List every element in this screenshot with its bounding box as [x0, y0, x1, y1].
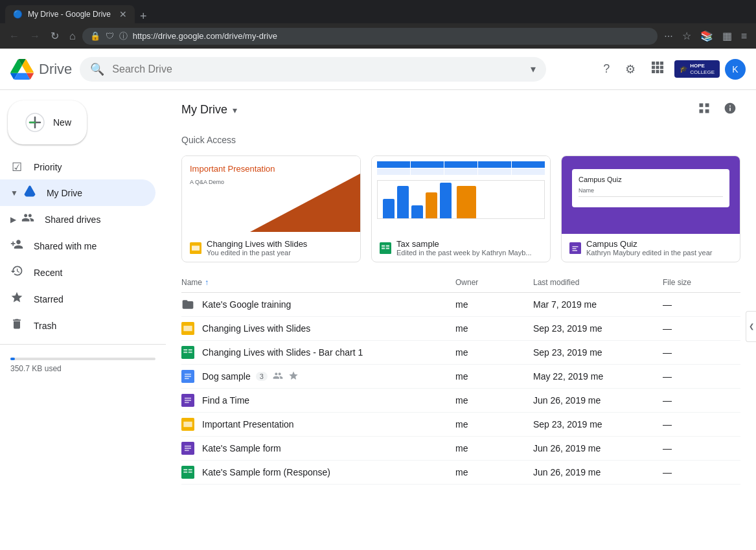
address-bar[interactable]: 🔒 🛡 ⓘ https://drive.google.com/drive/my-… [82, 28, 658, 45]
tab-close-button[interactable]: ✕ [119, 9, 127, 19]
active-tab[interactable]: 🔵 My Drive - Google Drive ✕ [5, 5, 135, 23]
drive-logo[interactable]: Drive [10, 59, 72, 80]
table-row[interactable]: Kate's Google training me Mar 7, 2019 me… [181, 293, 740, 317]
search-icon: 🔍 [90, 62, 104, 76]
file-name: Find a Time [202, 395, 455, 406]
col-header-owner: Owner [455, 278, 533, 287]
file-modified: Sep 23, 2019 me [533, 323, 663, 334]
forms-field-name: Name [578, 187, 723, 194]
col-header-name[interactable]: Name ↑ [181, 278, 455, 287]
expand-icon-my-drive: ▼ [10, 189, 18, 198]
svg-rect-27 [183, 326, 192, 331]
sidebar-item-shared-with-me[interactable]: Shared with me [0, 233, 155, 259]
info-button[interactable] [720, 98, 740, 122]
drive-logo-icon [10, 59, 34, 80]
file-size: — [663, 371, 740, 382]
file-size: — [663, 323, 740, 334]
grid-view-button[interactable] [694, 98, 715, 122]
svg-rect-19 [386, 245, 389, 246]
sidebar-item-label-priority: Priority [34, 162, 62, 172]
sidebar-toggle-button[interactable]: ▦ [718, 27, 736, 45]
table-row[interactable]: Changing Lives with Slides - Bar chart 1… [181, 341, 740, 365]
quick-access-card-3[interactable]: Campus Quiz Name [561, 155, 740, 262]
card-name-1: Changing Lives with Slides [207, 239, 352, 249]
quick-access-cards: Important Presentation A Q&A Demo [166, 150, 756, 273]
table-row[interactable]: Dog sample 3 me May 22, 2019 me — [181, 365, 740, 389]
sidebar-item-trash[interactable]: Trash [0, 312, 155, 339]
forward-button[interactable]: → [26, 29, 44, 44]
svg-rect-30 [189, 349, 192, 350]
table-row[interactable]: Important Presentation me Sep 23, 2019 m… [181, 413, 740, 437]
table-row[interactable]: Find a Time me Jun 26, 2019 me — [181, 389, 740, 413]
sidebar-item-starred[interactable]: Starred [0, 286, 155, 312]
file-modified: Jun 26, 2019 me [533, 395, 663, 406]
sidebar-item-shared-drives[interactable]: ▶ Shared drives [0, 206, 155, 233]
refresh-button[interactable]: ↻ [47, 29, 63, 44]
bar-chart-preview [377, 180, 545, 219]
right-panel-toggle[interactable]: ❮ [746, 311, 756, 342]
svg-rect-47 [181, 466, 194, 479]
sidebar-item-priority[interactable]: ☑ Priority [0, 155, 155, 179]
shield-icon: 🛡 [106, 31, 114, 41]
new-button-label: New [53, 117, 71, 128]
more-options-button[interactable]: ··· [660, 28, 676, 45]
storage-bar [10, 358, 155, 360]
file-size: — [663, 347, 740, 358]
svg-rect-31 [183, 352, 187, 353]
quick-access-card-1[interactable]: Important Presentation A Q&A Demo [181, 155, 361, 262]
sidebar-item-my-drive[interactable]: ▼ My Drive [0, 179, 155, 206]
card-preview-forms: Campus Quiz Name [562, 156, 740, 234]
forms-preview-title: Campus Quiz [578, 176, 723, 183]
svg-rect-49 [189, 469, 192, 470]
svg-rect-32 [189, 352, 192, 353]
expand-icon-shared-drives: ▶ [10, 215, 16, 224]
menu-button[interactable]: ≡ [737, 28, 751, 45]
new-tab-button[interactable]: + [140, 10, 147, 23]
file-modified: Mar 7, 2019 me [533, 299, 663, 310]
sheets-file-icon-2 [181, 466, 194, 479]
chevron-left-icon: ❮ [749, 323, 754, 330]
back-button[interactable]: ← [5, 29, 23, 44]
card-footer-2: Tax sample Edited in the past week by Ka… [372, 234, 550, 262]
table-row[interactable]: Changing Lives with Slides me Sep 23, 20… [181, 317, 740, 341]
svg-rect-8 [660, 70, 663, 73]
file-size: — [663, 395, 740, 406]
card-footer-3: Campus Quiz Kathryn Maybury edited in th… [562, 234, 740, 262]
help-button[interactable]: ? [598, 57, 615, 81]
svg-rect-17 [380, 242, 391, 254]
svg-rect-34 [185, 374, 191, 375]
search-bar[interactable]: 🔍 ▾ [80, 57, 546, 82]
bookmark-button[interactable]: ☆ [678, 27, 695, 45]
table-row[interactable]: Kate's Sample form (Response) me Jun 26,… [181, 461, 740, 485]
svg-rect-1 [656, 62, 659, 65]
card-desc-2: Edited in the past week by Kathryn Mayb.… [396, 249, 542, 257]
file-modified: Jun 26, 2019 me [533, 443, 663, 453]
file-size: — [663, 299, 740, 310]
forms-icon [569, 242, 581, 254]
col-header-modified: Last modified [533, 278, 663, 287]
apps-button[interactable] [646, 56, 669, 82]
file-owner: me [455, 395, 533, 406]
table-row[interactable]: Kate's Sample form me Jun 26, 2019 me — [181, 437, 740, 461]
home-button[interactable]: ⌂ [65, 29, 80, 44]
search-input[interactable] [112, 63, 523, 75]
search-dropdown-icon[interactable]: ▾ [531, 63, 536, 75]
user-avatar[interactable]: K [725, 59, 746, 80]
new-button[interactable]: New [8, 100, 87, 144]
file-owner: me [455, 347, 533, 358]
sidebar-item-recent[interactable]: Recent [0, 259, 155, 286]
content-area: My Drive ▾ Quick Access [166, 90, 756, 550]
shared-badge-icon [273, 371, 283, 383]
reading-list-button[interactable]: 📚 [696, 27, 717, 45]
storage-fill [10, 358, 15, 360]
slides-preview-title: Important Presentation [190, 164, 352, 174]
url-text: https://drive.google.com/drive/my-drive [133, 31, 650, 41]
quick-access-card-2[interactable]: Tax sample Edited in the past week by Ka… [371, 155, 551, 262]
svg-rect-3 [652, 66, 655, 69]
svg-rect-7 [656, 70, 659, 73]
title-dropdown-icon[interactable]: ▾ [233, 105, 237, 115]
sidebar-item-label-my-drive: My Drive [47, 188, 82, 198]
svg-rect-39 [185, 400, 191, 401]
settings-button[interactable]: ⚙ [620, 57, 641, 82]
sidebar-item-label-recent: Recent [34, 268, 62, 278]
